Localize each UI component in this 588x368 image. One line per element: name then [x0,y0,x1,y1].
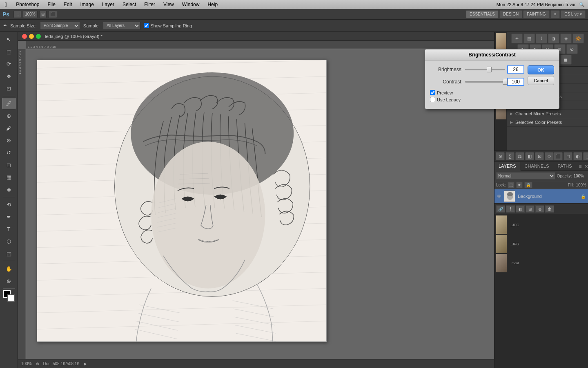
healing-tool[interactable]: ⊕ [2,110,16,121]
layer-icon-6[interactable]: ⟳ [545,152,554,160]
quick-select-tool[interactable]: ❖ [2,70,16,82]
eyedropper-tool[interactable]: 🖊 [2,98,16,109]
show-sampling-checkbox[interactable] [144,23,149,28]
ws-design[interactable]: DESIGN [499,10,522,18]
layer-icon-3[interactable]: ⚖ [515,152,524,160]
crop-tool[interactable]: ⊡ [2,83,16,94]
hand-tool[interactable]: ✋ [2,263,16,274]
layer-icon-1[interactable]: ⊙ [496,152,505,160]
layer-row-background[interactable]: 👁 Background 🔒 [494,189,588,204]
zoom-tool[interactable]: ⊕ [2,275,16,287]
menu-edit[interactable]: Edit [60,0,76,9]
menu-window[interactable]: Window [178,0,204,9]
preset-channelmixer[interactable]: ▶ Channel Mixer Presets [507,110,588,118]
brush-tool[interactable]: 🖌 [2,122,16,134]
ws-more[interactable]: » [550,10,560,18]
thumb-b1[interactable] [496,215,507,234]
cs-live-btn[interactable]: CS Live ▾ [561,10,586,18]
panel-menu-icon[interactable]: ≡ [578,163,583,170]
bc-contrast-value[interactable] [507,78,524,86]
menu-layer[interactable]: Layer [98,0,118,9]
pen-tool[interactable]: ✒ [2,211,16,222]
apple-menu[interactable]:  [0,1,12,8]
bc-contrast-slider[interactable] [465,81,505,83]
blend-mode-select[interactable]: Normal Dissolve Multiply Screen [496,172,555,180]
hsl-icon-btn[interactable]: 🔆 [572,34,584,43]
preset-selective[interactable]: ▶ Selective Color Presets [507,118,588,127]
menu-file[interactable]: File [44,0,60,9]
show-sampling-label[interactable]: Show Sampling Ring [144,23,192,28]
menu-select[interactable]: Select [118,0,140,9]
move-tool[interactable]: ↖ [2,34,16,45]
layer-icon-5[interactable]: ⊡ [535,152,544,160]
lock-move-btn[interactable]: ✒ [516,182,523,188]
zoom-icon[interactable]: ⊕ [36,361,39,366]
lock-pixels-btn[interactable]: ⬚ [508,182,514,188]
new-group-btn[interactable]: ⊞ [526,205,535,213]
blur-tool[interactable]: ◈ [2,184,16,195]
layer-mask-icon[interactable]: ◐ [573,152,582,160]
bc-brightness-input[interactable] [508,66,523,73]
new-layer-btn[interactable]: ⊕ [535,205,544,213]
shape-tool[interactable]: ◰ [2,248,16,259]
arrange-btn[interactable]: ⊟ [39,11,47,18]
bc-cancel-button[interactable]: Cancel [528,76,554,85]
tab-channels[interactable]: CHANNELS [521,162,554,171]
gradient-tool[interactable]: ▦ [2,171,16,183]
thumb-b3[interactable] [496,254,507,272]
path-tool[interactable]: ⬡ [2,236,16,247]
bc-preview-label[interactable]: Preview [437,90,453,95]
link-layers-btn[interactable]: 🔗 [496,205,505,213]
menu-filter[interactable]: Filter [140,0,159,9]
selective-color-icon-btn[interactable]: ◼ [560,55,572,65]
clone-tool[interactable]: ⊛ [2,135,16,146]
marquee-tool[interactable]: ⬚ [2,46,16,57]
arrow-icon[interactable]: ▶ [84,361,87,366]
invert-icon-btn[interactable]: ⊘ [566,44,578,54]
close-button[interactable] [22,34,27,39]
lock-all-btn[interactable]: 🔒 [524,182,532,188]
maximize-button[interactable] [36,34,41,39]
delete-layer-btn[interactable]: 🗑 [545,205,554,213]
sample-select[interactable]: All Layers Current Layer [103,22,140,30]
menu-image[interactable]: Image [76,0,98,9]
tab-layers[interactable]: LAYERS [494,162,521,171]
minimize-button[interactable] [29,34,34,39]
bc-brightness-value[interactable] [507,65,524,74]
toolbar-mode-btn[interactable]: ⬚ [13,11,21,18]
bc-contrast-thumb[interactable] [503,79,508,85]
levels-icon-btn[interactable]: ▤ [523,34,535,43]
curves-icon-btn[interactable]: ⌇ [536,34,547,43]
bc-brightness-thumb[interactable] [487,67,492,72]
thumb-b2[interactable] [496,235,507,253]
screen-mode-btn[interactable]: ⬛ [48,11,57,18]
tab-paths[interactable]: PATHS [554,162,577,171]
add-mask-btn[interactable]: ◐ [516,205,525,213]
brightness-icon-btn[interactable]: ☀ [511,34,523,43]
search-icon[interactable]: 🔍 [579,2,585,7]
panel-close-icon[interactable]: ✕ [584,163,588,170]
type-tool[interactable]: T [2,223,16,235]
add-style-btn[interactable]: f [506,205,515,213]
bc-brightness-slider[interactable] [465,69,505,70]
bc-ok-button[interactable]: OK [528,65,554,74]
collapse-icon[interactable]: ⬛ [554,152,563,160]
ws-painting[interactable]: PAINTING [523,10,549,18]
zoom-display[interactable]: 100% [23,11,38,18]
layer-icon-2[interactable]: ∑ [506,152,514,160]
exposure-icon-btn[interactable]: ◑ [548,34,559,43]
menu-help[interactable]: Help [203,0,222,9]
sample-size-select[interactable]: Point Sample 3 by 3 Average 5 by 5 Avera… [40,22,80,30]
foreground-background-colors[interactable] [3,290,15,302]
drawing-canvas[interactable] [37,60,327,342]
bc-preview-checkbox[interactable] [430,90,435,95]
eraser-tool[interactable]: ◻ [2,159,16,171]
expand-icon[interactable]: ◻ [564,152,572,160]
history-brush-tool[interactable]: ↺ [2,147,16,158]
vibrance-icon-btn[interactable]: ◈ [560,34,572,43]
menu-photoshop[interactable]: Photoshop [12,0,43,9]
lasso-tool[interactable]: ⟳ [2,58,16,70]
bc-uselegacy-checkbox[interactable] [430,97,435,102]
layer-icon-4[interactable]: ◧ [525,152,534,160]
bc-uselegacy-label[interactable]: Use Legacy [437,97,461,102]
